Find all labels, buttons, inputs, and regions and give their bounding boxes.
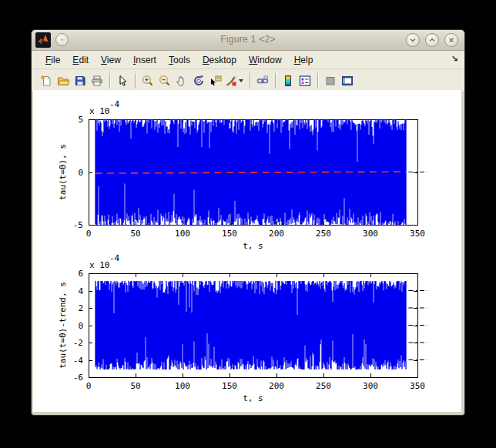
toolbar-separator: [317, 73, 318, 89]
x-axis-label: t, s: [243, 241, 263, 251]
hide-plot-tools-icon: [324, 75, 337, 87]
y-scale-label: x 10: [89, 106, 110, 116]
x-tick-label: 150: [222, 229, 237, 239]
menu-bar: File Edit View Insert Tools Desktop Wind…: [32, 51, 464, 69]
x-tick-label: 300: [363, 381, 378, 391]
open-file-button[interactable]: [55, 72, 72, 89]
menu-edit[interactable]: Edit: [66, 52, 95, 68]
link-plot-button[interactable]: [254, 72, 271, 89]
menu-view[interactable]: View: [95, 52, 127, 68]
data-cursor-icon: [209, 75, 222, 87]
x-tick-label: 250: [316, 381, 331, 391]
zoom-in-button[interactable]: [139, 72, 156, 89]
save-floppy-icon: [74, 75, 86, 87]
link-chain-icon: [256, 75, 269, 87]
legend-icon: [299, 75, 311, 87]
y-tick-label: 6: [78, 269, 83, 279]
brush-icon: [225, 75, 237, 87]
y-tick-label: -2: [73, 338, 83, 348]
y-tick-label: 2: [78, 303, 83, 313]
dock-figure-arrow-icon[interactable]: ↘: [451, 54, 458, 64]
toolbar-separator: [275, 73, 276, 89]
x-tick-label: 0: [86, 381, 92, 391]
y-tick-label: -4: [73, 356, 84, 366]
brush-dropdown-caret-icon[interactable]: [239, 79, 243, 82]
x-tick-label: 350: [410, 381, 425, 391]
insert-legend-button[interactable]: [297, 72, 313, 89]
window-title: Figure 1 <2>: [32, 34, 464, 45]
close-icon: [447, 35, 456, 45]
zoom-in-icon: [142, 75, 154, 87]
chevron-up-icon: [427, 35, 437, 45]
minimize-button[interactable]: [406, 33, 420, 47]
x-tick-label: 300: [363, 229, 378, 239]
y-tick-label: 0: [78, 168, 83, 178]
hand-pan-icon: [176, 75, 188, 87]
toolbar: [32, 69, 464, 92]
x-tick-label: 250: [316, 229, 331, 239]
menu-tools[interactable]: Tools: [163, 52, 196, 68]
y-scale-exponent: -4: [109, 253, 120, 263]
x-tick-label: 350: [410, 229, 425, 239]
maximize-button[interactable]: [425, 33, 439, 47]
menu-window[interactable]: Window: [243, 52, 288, 68]
y-tick-label: 0: [78, 321, 83, 331]
noise-signal-2: [96, 281, 406, 369]
show-plot-tools-icon: [341, 75, 354, 87]
pointer-arrow-icon: [116, 75, 129, 87]
menu-desktop[interactable]: Desktop: [196, 52, 243, 68]
x-tick-label: 200: [269, 229, 284, 239]
titlebar[interactable]: Figure 1 <2>: [32, 30, 464, 51]
x-tick-label: 200: [269, 381, 284, 391]
menu-file[interactable]: File: [39, 52, 66, 68]
show-plot-tools-button[interactable]: [339, 72, 356, 89]
save-figure-button[interactable]: [72, 72, 89, 89]
chevron-down-icon: [408, 35, 417, 45]
data-cursor-button[interactable]: [207, 72, 224, 89]
x-tick-label: 0: [86, 229, 92, 239]
rotate-3d-button[interactable]: [190, 72, 207, 89]
y-tick-label: 4: [78, 286, 83, 296]
x-axis-label: t, s: [243, 393, 263, 403]
printer-icon: [91, 75, 103, 87]
open-folder-icon: [57, 75, 69, 87]
y-scale-exponent: -4: [109, 99, 120, 109]
new-document-icon: [40, 75, 52, 87]
insert-colorbar-button[interactable]: [280, 72, 297, 89]
menu-insert[interactable]: Insert: [127, 52, 163, 68]
figure-canvas: 050100150200250300350t, s50-5tau(t=0), s…: [33, 90, 461, 412]
menu-help[interactable]: Help: [288, 52, 320, 68]
toolbar-separator: [135, 73, 136, 89]
hide-plot-tools-button[interactable]: [322, 72, 339, 89]
zoom-out-icon: [159, 75, 171, 87]
edit-plot-button[interactable]: [114, 72, 131, 89]
y-tick-label: -5: [73, 220, 83, 230]
y-scale-label: x 10: [89, 260, 110, 270]
figure-window: Figure 1 <2> File Edit View Insert Tools…: [31, 29, 465, 416]
close-button[interactable]: [444, 33, 458, 47]
brush-data-button[interactable]: [224, 72, 246, 89]
print-figure-button[interactable]: [89, 72, 106, 89]
x-tick-label: 100: [175, 229, 190, 239]
plots-svg: 050100150200250300350t, s50-5tau(t=0), s…: [33, 90, 461, 412]
y-tick-label: -6: [73, 373, 83, 383]
new-figure-button[interactable]: [38, 72, 55, 89]
toolbar-separator: [250, 73, 250, 89]
x-tick-label: 50: [130, 229, 140, 239]
y-axis-label: tau(t=0), s: [58, 144, 68, 200]
colorbar-icon: [282, 75, 294, 87]
pan-button[interactable]: [173, 72, 190, 89]
toolbar-separator: [109, 73, 110, 89]
y-tick-label: 5: [78, 115, 83, 125]
x-tick-label: 50: [130, 381, 140, 391]
zoom-out-button[interactable]: [156, 72, 173, 89]
rotate-3d-icon: [193, 75, 205, 87]
x-tick-label: 100: [175, 381, 190, 391]
desktop-background: { "window": { "title": "Figure 1 <2>", "…: [0, 0, 496, 448]
x-tick-label: 150: [222, 381, 237, 391]
y-axis-label: tau(t=0)-trend, s: [58, 282, 68, 369]
